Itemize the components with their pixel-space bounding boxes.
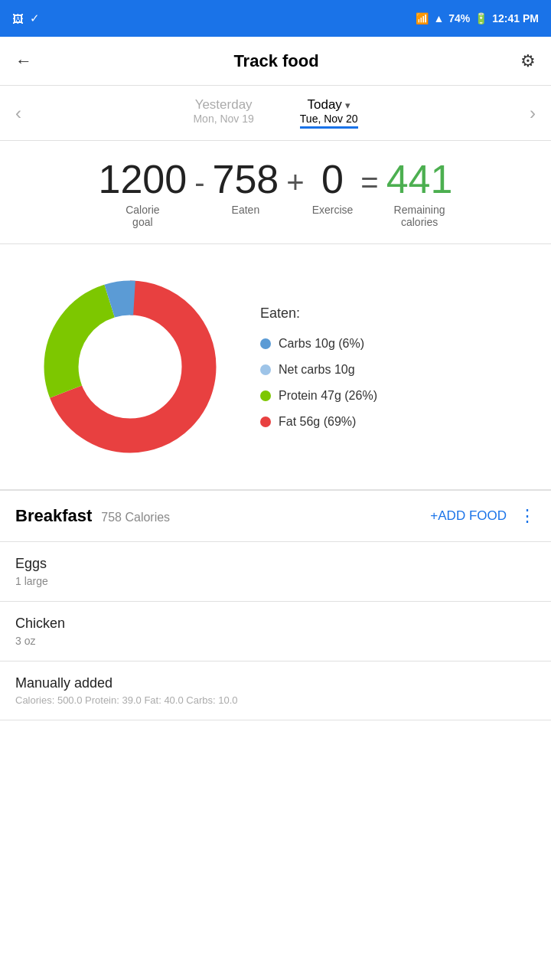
wifi-icon: 📶 — [416, 12, 429, 24]
plus-operator: + — [286, 165, 304, 200]
battery-text: 74% — [448, 12, 470, 24]
chart-section: Eaten: Carbs 10g (6%) Net carbs 10g Prot… — [0, 244, 551, 491]
legend-title: Eaten: — [260, 305, 377, 322]
exercise-number: 0 — [321, 159, 344, 199]
protein-dot — [260, 390, 271, 401]
donut-chart — [23, 260, 237, 474]
today-date: Tue, Nov 20 — [300, 113, 358, 125]
meal-title: Breakfast — [15, 506, 92, 526]
more-options-button[interactable]: ⋮ — [519, 506, 536, 526]
yesterday-label: Yesterday — [195, 97, 253, 113]
fat-label: Fat 56g (69%) — [279, 415, 356, 429]
date-nav: ‹ Yesterday Mon, Nov 19 Today ▾ Tue, Nov… — [0, 86, 551, 141]
chart-legend: Eaten: Carbs 10g (6%) Net carbs 10g Prot… — [260, 305, 377, 429]
food-name-chicken: Chicken — [15, 616, 536, 632]
food-detail-manual: Calories: 500.0 Protein: 39.0 Fat: 40.0 … — [15, 694, 536, 706]
calorie-summary: 1200 Caloriegoal - 758 Eaten + 0 Exercis… — [0, 141, 551, 244]
date-nav-center: Yesterday Mon, Nov 19 Today ▾ Tue, Nov 2… — [193, 97, 357, 129]
donut-svg — [23, 260, 237, 474]
calorie-goal-label: Caloriegoal — [126, 204, 159, 228]
remaining-item: 441 Remainingcalories — [386, 159, 453, 228]
page-title: Track food — [233, 51, 318, 71]
legend-protein: Protein 47g (26%) — [260, 389, 377, 403]
meal-calories: 758 Calories — [101, 511, 170, 524]
donut-hole — [83, 319, 178, 414]
remaining-label: Remainingcalories — [394, 204, 445, 228]
app-bar: ← Track food ⚙ — [0, 37, 551, 86]
exercise-item: 0 Exercise — [312, 159, 354, 216]
time: 12:41 PM — [492, 12, 539, 24]
settings-button[interactable]: ⚙ — [520, 51, 536, 71]
meal-actions: +ADD FOOD ⋮ — [430, 506, 536, 526]
calorie-goal-item: 1200 Caloriegoal — [99, 159, 187, 228]
back-button[interactable]: ← — [15, 51, 32, 71]
food-detail-chicken: 3 oz — [15, 635, 536, 647]
exercise-label: Exercise — [312, 204, 354, 216]
eaten-item: 758 Eaten — [213, 159, 279, 216]
today-label: Today ▾ — [308, 97, 350, 113]
net-carbs-dot — [260, 364, 271, 375]
legend-net-carbs: Net carbs 10g — [260, 363, 377, 377]
legend-carbs: Carbs 10g (6%) — [260, 337, 377, 351]
food-detail-eggs: 1 large — [15, 575, 536, 587]
meal-header: Breakfast 758 Calories +ADD FOOD ⋮ — [0, 491, 551, 542]
carbs-label: Carbs 10g (6%) — [279, 337, 364, 351]
eaten-number: 758 — [213, 159, 279, 199]
protein-label: Protein 47g (26%) — [279, 389, 377, 403]
meal-title-area: Breakfast 758 Calories — [15, 506, 170, 526]
gallery-icon: 🖼 — [12, 12, 24, 25]
food-item-chicken[interactable]: Chicken 3 oz — [0, 602, 551, 662]
net-carbs-label: Net carbs 10g — [279, 363, 355, 377]
yesterday-date: Mon, Nov 19 — [193, 113, 253, 125]
check-icon: ✓ — [30, 11, 40, 25]
dropdown-arrow: ▾ — [345, 100, 350, 111]
minus-operator: - — [194, 165, 204, 200]
breakfast-section: Breakfast 758 Calories +ADD FOOD ⋮ Eggs … — [0, 491, 551, 720]
fat-dot — [260, 416, 271, 427]
status-bar: 🖼 ✓ 📶 ▲ 74% 🔋 12:41 PM — [0, 0, 551, 37]
food-item-manual[interactable]: Manually added Calories: 500.0 Protein: … — [0, 662, 551, 720]
eaten-label: Eaten — [232, 204, 260, 216]
legend-fat: Fat 56g (69%) — [260, 415, 377, 429]
next-arrow[interactable]: › — [514, 103, 551, 124]
status-bar-left: 🖼 ✓ — [12, 11, 40, 25]
signal-icon: ▲ — [433, 12, 444, 24]
remaining-number: 441 — [386, 159, 453, 199]
today-tab[interactable]: Today ▾ Tue, Nov 20 — [300, 97, 358, 129]
carbs-dot — [260, 338, 271, 349]
food-name-manual: Manually added — [15, 675, 536, 691]
prev-arrow[interactable]: ‹ — [0, 103, 37, 124]
calorie-equation: 1200 Caloriegoal - 758 Eaten + 0 Exercis… — [15, 159, 536, 228]
battery-icon: 🔋 — [474, 12, 487, 24]
equals-operator: = — [360, 165, 378, 200]
yesterday-tab[interactable]: Yesterday Mon, Nov 19 — [193, 97, 253, 129]
food-item-eggs[interactable]: Eggs 1 large — [0, 542, 551, 602]
add-food-button[interactable]: +ADD FOOD — [430, 508, 507, 524]
food-name-eggs: Eggs — [15, 556, 536, 572]
calorie-goal-number: 1200 — [99, 159, 187, 199]
status-bar-right: 📶 ▲ 74% 🔋 12:41 PM — [416, 12, 539, 24]
